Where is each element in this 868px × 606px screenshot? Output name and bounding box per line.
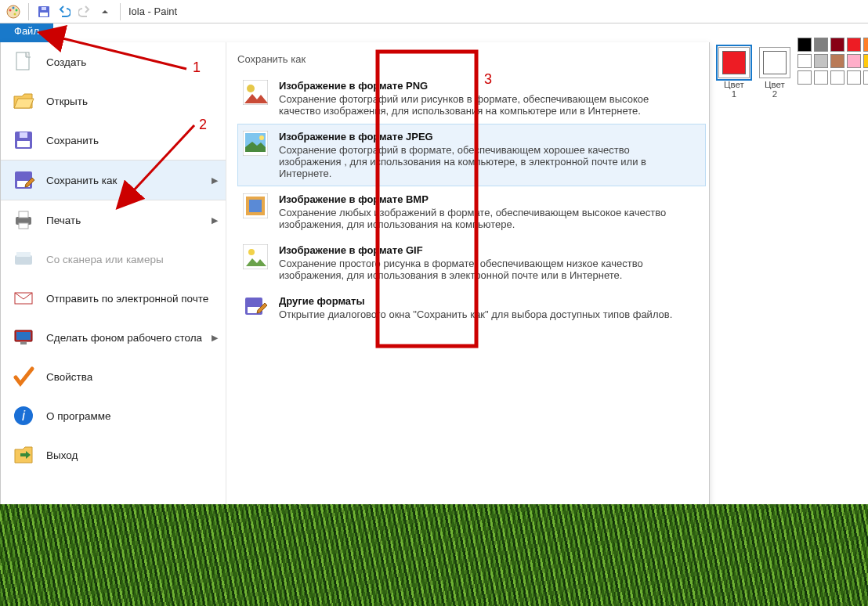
menu-item-label: Печать xyxy=(46,215,81,226)
canvas-image xyxy=(0,504,868,606)
qat-customize-icon[interactable] xyxy=(96,3,114,20)
swatch-7[interactable] xyxy=(830,54,844,68)
format-desc: Сохранение фотографий в формате, обеспеч… xyxy=(279,144,691,179)
file-tab[interactable]: Файл xyxy=(0,23,53,42)
svg-rect-16 xyxy=(19,223,28,229)
menu-item-label: Сделать фоном рабочего стола xyxy=(46,332,202,344)
swatch-14[interactable] xyxy=(863,70,868,85)
swatch-0[interactable] xyxy=(797,38,812,52)
swatch-3[interactable] xyxy=(847,38,861,52)
qat-undo-icon[interactable] xyxy=(56,3,73,20)
format-title: Другие форматы xyxy=(279,295,672,307)
menu-item-label: Сохранить как xyxy=(46,175,117,186)
ribbon-tabs: Файл xyxy=(0,23,868,42)
menu-item-label: Свойства xyxy=(46,371,92,383)
menu-item-check[interactable]: Свойства xyxy=(1,357,226,396)
qat-save-icon[interactable] xyxy=(35,3,52,20)
menu-item-open[interactable]: Открыть xyxy=(1,81,226,121)
new-icon xyxy=(12,50,35,74)
other-icon xyxy=(243,295,268,320)
svg-rect-11 xyxy=(20,132,27,138)
menu-item-desktop[interactable]: Сделать фоном рабочего стола▶ xyxy=(1,318,226,357)
separator xyxy=(120,3,121,20)
menu-item-print[interactable]: Печать▶ xyxy=(1,200,226,240)
format-desc: Открытие диалогового окна "Сохранить как… xyxy=(279,308,672,320)
chevron-right-icon: ▶ xyxy=(212,333,218,343)
menu-item-exit[interactable]: Выход xyxy=(1,435,226,474)
menu-item-label: Открыть xyxy=(46,96,88,107)
format-item-png[interactable]: Изображение в формате PNGСохранение фото… xyxy=(237,73,706,124)
swatch-12[interactable] xyxy=(830,70,844,85)
swatch-1[interactable] xyxy=(814,38,828,52)
color-1-well[interactable]: Цвет 1 xyxy=(716,47,752,99)
svg-rect-22 xyxy=(20,342,27,344)
swatch-6[interactable] xyxy=(814,54,828,68)
svg-rect-18 xyxy=(16,252,31,257)
menu-item-label: О программе xyxy=(46,410,111,422)
format-item-jpeg[interactable]: Изображение в формате JPEGСохранение фот… xyxy=(237,124,706,186)
format-title: Изображение в формате BMP xyxy=(279,193,691,205)
window-title: Iola - Paint xyxy=(127,5,177,17)
jpeg-icon xyxy=(243,131,268,156)
scanner-icon xyxy=(12,247,35,271)
svg-point-29 xyxy=(259,135,264,140)
color-1-label: Цвет 1 xyxy=(716,80,752,99)
chevron-right-icon: ▶ xyxy=(212,215,218,225)
svg-rect-32 xyxy=(249,200,262,212)
format-item-gif[interactable]: Изображение в формате GIFСохранение прос… xyxy=(237,237,706,288)
format-item-bmp[interactable]: Изображение в формате BMPСохранение любы… xyxy=(237,186,706,237)
color-panel: Цвет 1 Цвет 2 xyxy=(711,42,868,85)
menu-item-save[interactable]: Сохранить xyxy=(1,121,226,160)
svg-rect-15 xyxy=(19,211,28,218)
menu-item-label: Сохранить xyxy=(46,135,99,146)
swatch-5[interactable] xyxy=(797,54,812,68)
file-menu-column: СоздатьОткрытьСохранитьСохранить как▶Печ… xyxy=(1,42,226,519)
svg-point-2 xyxy=(13,6,15,9)
format-title: Изображение в формате JPEG xyxy=(279,131,691,142)
color-2-well[interactable]: Цвет 2 xyxy=(757,47,793,99)
format-desc: Сохранение любых изображений в формате, … xyxy=(279,207,691,230)
paint-logo-icon[interactable] xyxy=(5,3,22,20)
swatch-13[interactable] xyxy=(847,70,861,85)
color-swatches xyxy=(793,38,868,85)
gif-icon xyxy=(243,244,268,269)
svg-rect-10 xyxy=(17,141,30,147)
menu-item-saveas[interactable]: Сохранить как▶ xyxy=(1,160,226,200)
swatch-8[interactable] xyxy=(847,54,861,68)
swatch-9[interactable] xyxy=(863,54,868,68)
menu-item-mail[interactable]: Отправить по электронной почте xyxy=(1,279,226,318)
menu-item-label: Выход xyxy=(46,449,78,461)
save-as-submenu: Сохранить как Изображение в формате PNGС… xyxy=(226,42,709,519)
menu-item-info[interactable]: iО программе xyxy=(1,396,226,435)
exit-icon xyxy=(12,443,35,467)
bmp-icon xyxy=(243,193,268,218)
color-2-label: Цвет 2 xyxy=(757,80,793,99)
check-icon xyxy=(12,365,35,388)
swatch-10[interactable] xyxy=(797,70,812,85)
menu-item-label: Создать xyxy=(46,56,86,68)
info-icon: i xyxy=(12,404,35,427)
open-icon xyxy=(12,89,35,113)
swatch-2[interactable] xyxy=(830,38,844,52)
menu-item-new[interactable]: Создать xyxy=(1,42,226,81)
swatch-4[interactable] xyxy=(863,38,868,52)
print-icon xyxy=(12,208,35,232)
format-desc: Сохранение простого рисунка в формате, о… xyxy=(279,258,691,281)
svg-point-3 xyxy=(16,9,18,11)
format-desc: Сохранение фотографий или рисунков в фор… xyxy=(279,93,691,117)
file-menu-dropdown: СоздатьОткрытьСохранитьСохранить как▶Печ… xyxy=(0,42,710,520)
format-item-other[interactable]: Другие форматыОткрытие диалогового окна … xyxy=(237,288,706,327)
chevron-right-icon: ▶ xyxy=(212,175,218,186)
separator xyxy=(28,3,29,20)
menu-item-label: Со сканера или камеры xyxy=(46,254,164,265)
svg-point-34 xyxy=(248,249,255,255)
format-title: Изображение в формате PNG xyxy=(279,80,691,92)
submenu-title: Сохранить как xyxy=(237,49,706,73)
swatch-11[interactable] xyxy=(814,70,828,85)
menu-item-scanner: Со сканера или камеры xyxy=(1,240,226,279)
save-icon xyxy=(12,128,35,152)
quick-access-toolbar: Iola - Paint xyxy=(0,0,868,23)
svg-point-1 xyxy=(9,9,12,11)
format-title: Изображение в формате GIF xyxy=(279,244,691,256)
qat-redo-icon[interactable] xyxy=(76,3,93,20)
